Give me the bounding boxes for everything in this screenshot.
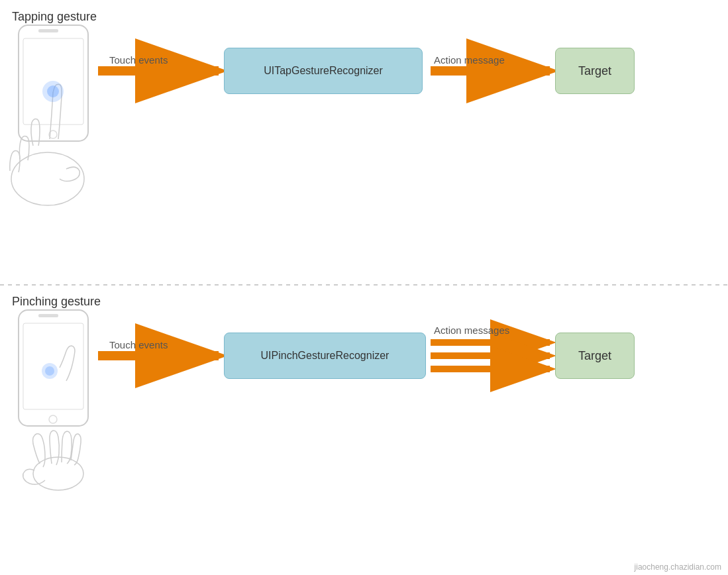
svg-point-5 xyxy=(11,152,84,205)
tapping-section-label: Tapping gesture xyxy=(12,10,97,24)
pinching-target-label: Target xyxy=(578,349,611,363)
svg-point-17 xyxy=(45,366,54,376)
svg-point-16 xyxy=(42,363,58,379)
pinch-recognizer-label: UIPinchGestureRecognizer xyxy=(261,350,390,362)
pinch-recognizer-box: UIPinchGestureRecognizer xyxy=(224,333,426,379)
pinching-section-label: Pinching gesture xyxy=(12,295,101,309)
svg-rect-11 xyxy=(19,310,88,426)
svg-rect-3 xyxy=(38,29,58,32)
tapping-action-message-label: Action message xyxy=(434,54,505,66)
tap-recognizer-box: UITapGestureRecognizer xyxy=(224,48,423,94)
tapping-target-label: Target xyxy=(578,64,611,78)
svg-rect-1 xyxy=(19,25,88,141)
page: Tapping gesture Touch events UITapGestur… xyxy=(0,0,728,575)
tapping-touch-events-label: Touch events xyxy=(109,54,168,66)
pinching-target-box: Target xyxy=(555,333,635,379)
svg-point-4 xyxy=(49,131,57,138)
svg-point-7 xyxy=(47,85,59,97)
tapping-target-box: Target xyxy=(555,48,635,94)
svg-point-14 xyxy=(49,415,57,423)
svg-rect-13 xyxy=(38,314,58,317)
svg-rect-12 xyxy=(23,323,83,409)
svg-point-6 xyxy=(42,81,64,102)
watermark: jiaocheng.chazidian.com xyxy=(635,562,721,572)
svg-point-15 xyxy=(33,457,83,490)
tap-recognizer-label: UITapGestureRecognizer xyxy=(264,65,383,77)
pinching-action-messages-label: Action messages xyxy=(434,325,509,336)
pinching-touch-events-label: Touch events xyxy=(109,339,168,350)
svg-rect-2 xyxy=(23,38,83,125)
